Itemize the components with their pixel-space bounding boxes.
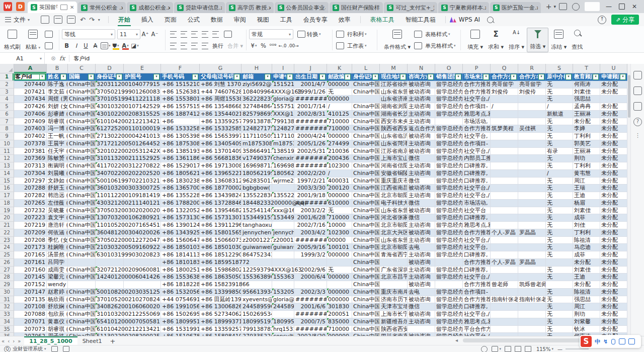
cell[interactable]: +86 18302388 [161, 178, 200, 185]
cell[interactable]: ######## [294, 296, 327, 304]
cell[interactable]: 799138782 [272, 118, 294, 126]
filter-dropdown-icon[interactable]: ▾ [319, 74, 326, 80]
cell[interactable] [352, 96, 380, 103]
cell[interactable]: 桂婉唯 (女 [47, 244, 68, 251]
cell[interactable] [491, 303, 518, 311]
cell[interactable] [491, 289, 518, 296]
cell[interactable] [518, 303, 546, 311]
cell[interactable]: 无 [546, 118, 573, 126]
cell[interactable]: ######## [294, 155, 327, 162]
avatar[interactable] [585, 2, 600, 11]
cell[interactable]: 未分配 [600, 207, 627, 215]
cell[interactable]: China中国 [68, 251, 96, 259]
cell[interactable]: China中国 [68, 192, 96, 200]
cell[interactable]: 陈子逸 (男 [47, 81, 68, 89]
cell[interactable]: China中国 [68, 140, 96, 148]
cell[interactable]: +86 13657006 [161, 185, 200, 192]
cell[interactable]: 被动咨询 [408, 148, 435, 155]
cell[interactable]: China中国 [68, 170, 96, 178]
cell[interactable] [294, 259, 327, 267]
cell[interactable]: 留学总经办 [435, 133, 463, 140]
cell[interactable]: 江苏省徐州 [380, 81, 408, 89]
cell[interactable]: 2000/4/24 [294, 133, 327, 140]
cell[interactable]: 胡睿琪 (女 [47, 326, 68, 333]
cell[interactable]: 未分配 [600, 318, 627, 326]
cell[interactable]: +86 田延岭13954 [200, 296, 242, 304]
cell[interactable]: 无 [546, 200, 573, 207]
cell[interactable]: China中国 [352, 148, 380, 155]
more-icon[interactable]: ⋮ [634, 133, 641, 141]
cell[interactable] [518, 267, 546, 274]
file-tab[interactable]: S贷款申请信息.xlsx [174, 2, 225, 13]
cell[interactable]: 上海市宝山 [380, 155, 408, 162]
cell[interactable]: 362228235 [242, 96, 272, 103]
cell[interactable]: 710000 [327, 214, 352, 222]
cell[interactable] [68, 281, 96, 289]
cell[interactable]: 河北省张家 [380, 214, 408, 222]
cell[interactable]: 微信 [408, 303, 435, 311]
filter-dropdown-icon[interactable]: ▾ [39, 74, 45, 80]
cell[interactable]: 864752343 [242, 251, 272, 259]
cell[interactable]: 微信 [408, 178, 435, 185]
file-tab[interactable]: S常州公积金 .xlsx [78, 2, 126, 13]
cell[interactable]: China中国 [68, 244, 96, 251]
cell[interactable]: +86 1343982452 [200, 192, 242, 200]
cell[interactable]: China中国 [352, 214, 380, 222]
cell[interactable]: 社交平台,/ [463, 311, 491, 318]
filter-dropdown-icon[interactable]: ▾ [566, 74, 572, 80]
cell[interactable]: 陕西省西安 [380, 326, 408, 333]
cell[interactable]: 刘俊伶 [491, 89, 518, 96]
restore-button[interactable] [619, 4, 625, 10]
header-cell[interactable]: 邮箱▾ [242, 73, 272, 81]
cell[interactable]: 汤景然 (女 [47, 251, 68, 259]
next-sheet-icon[interactable]: › [13, 338, 15, 344]
cell[interactable] [435, 259, 463, 267]
cell[interactable]: 成菲 [573, 251, 600, 259]
cell[interactable]: 000000 [327, 296, 352, 304]
column-header-R[interactable]: R [518, 64, 546, 73]
cell[interactable] [518, 96, 546, 103]
cell[interactable]: / [491, 103, 518, 111]
cell[interactable]: 王丽淋 [573, 148, 600, 155]
cell[interactable]: 1999/3/2 [294, 251, 327, 259]
cell[interactable]: 合作方推荐 [463, 125, 491, 133]
cell[interactable] [272, 281, 294, 289]
cell[interactable]: +86 1533258500 [200, 125, 242, 133]
wrap-icon[interactable] [224, 31, 232, 38]
cell[interactable]: 360481200304020026 [96, 229, 124, 237]
cell[interactable]: 835000 [327, 318, 352, 326]
strikethrough-button[interactable]: A [91, 42, 100, 50]
header-cell[interactable]: 身份证号▾ [96, 73, 124, 81]
insert-function-icon[interactable]: fx [59, 55, 65, 62]
docs-home-icon[interactable]: D [16, 2, 25, 11]
cell[interactable]: 无 [546, 244, 573, 251]
cell[interactable] [272, 251, 294, 259]
cell[interactable]: 2003/3/30 [294, 185, 327, 192]
cell[interactable]: 文静如 (女 [47, 178, 68, 185]
cell[interactable]: 留学总经办 [435, 140, 463, 148]
cell[interactable]: 未分配 [600, 214, 627, 222]
row-number[interactable]: 16 [0, 185, 14, 192]
cell[interactable] [491, 244, 518, 251]
header-cell[interactable]: 合作方公▾ [491, 73, 518, 81]
cell[interactable]: 成菲 [573, 214, 600, 222]
cell[interactable]: 未分配 [600, 200, 627, 207]
cell[interactable]: +86 1598680231 [200, 267, 242, 274]
cell[interactable]: 2002/5/31 [294, 148, 327, 155]
rows-cols-button[interactable]: 行和列▾ [335, 29, 374, 39]
tab-审阅[interactable]: 审阅 [228, 13, 252, 26]
cell[interactable]: 无 [546, 89, 573, 96]
cell[interactable]: 000000 [327, 251, 352, 259]
cell[interactable]: 王丽淋 [573, 111, 600, 118]
cell[interactable]: 主动咨询 [408, 274, 435, 281]
cell[interactable]: 799138782 [242, 326, 272, 333]
filter-dropdown-icon[interactable]: ▾ [116, 74, 122, 80]
cell[interactable]: 丁利利 [573, 133, 600, 140]
cell[interactable]: 180995191 [272, 318, 294, 326]
cell[interactable]: 社交平台, [463, 244, 491, 251]
cell[interactable]: 广东省深圳 [380, 267, 408, 274]
cell[interactable]: 360103200303300725 [96, 185, 124, 192]
cell[interactable]: +86 15290175 [161, 162, 200, 170]
cell[interactable]: 社交平台,/ [463, 96, 491, 103]
cell[interactable]: 153449155 [242, 214, 272, 222]
